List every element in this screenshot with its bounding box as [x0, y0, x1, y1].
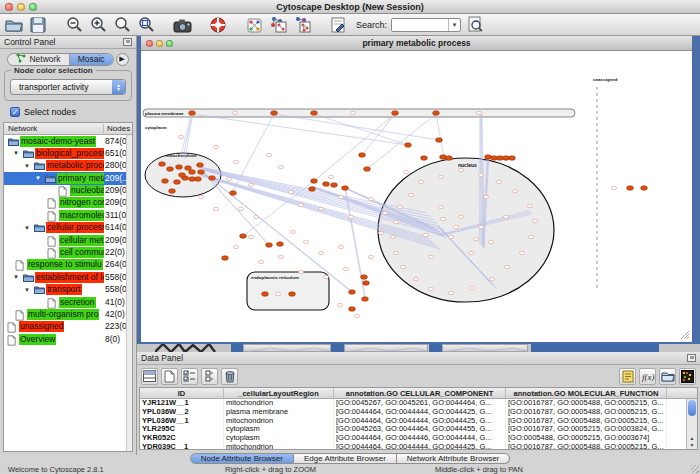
background-window-frame — [331, 344, 344, 352]
control-panel: Control Panel NetworkMosaic ▶ Node color… — [0, 36, 137, 455]
help-lifebuoy-icon[interactable] — [208, 15, 228, 34]
table-row[interactable]: YJR121W__1mitochondrion[GO:0045267, GO:0… — [140, 399, 697, 408]
network-overlay-1-icon[interactable] — [268, 15, 288, 34]
scrollbar-thumb[interactable] — [688, 400, 696, 416]
resize-grip[interactable] — [691, 465, 699, 473]
zoom-out-icon[interactable] — [64, 15, 84, 34]
tree-row-primary-metabo[interactable]: ▼primary metabo209(... — [4, 172, 132, 184]
expand-arrow-icon[interactable]: ▼ — [24, 287, 30, 293]
save-icon[interactable] — [28, 15, 48, 34]
chevron-down-icon[interactable]: ▾ — [448, 19, 460, 31]
notes-icon[interactable] — [619, 368, 636, 385]
dropdown-stepper-icon: ▲▼ — [112, 80, 125, 94]
table-row[interactable]: YPL036W__2plasma membrane[GO:0044464, GO… — [140, 408, 697, 417]
unselect-attributes-icon[interactable] — [201, 368, 218, 385]
cell: mitochondrion — [224, 443, 334, 450]
expand-arrow-icon[interactable]: ▼ — [24, 163, 30, 169]
tree-row-response-to-stimulu[interactable]: response to stimulu264(0) — [4, 259, 132, 271]
column-header-1[interactable]: _cellularLayoutRegion — [224, 388, 334, 398]
column-header-2[interactable]: annotation.GO CELLULAR_COMPONENT — [334, 388, 506, 398]
status-bar: Welcome to Cytoscape 2.8.1Right-click + … — [0, 464, 700, 474]
attribute-grid-icon[interactable] — [141, 368, 158, 385]
tab-overflow-button[interactable]: ▶ — [116, 53, 129, 66]
cell: [GO:0044464, GO:0044444, GO:0044425, G..… — [334, 443, 506, 450]
tree-row-cellular-metabo[interactable]: cellular metabo209(0) — [4, 234, 132, 246]
control-panel-header: Control Panel — [0, 36, 136, 49]
tree-row-nucleobase-[interactable]: nucleobase-209(0) — [4, 185, 132, 197]
expand-arrow-icon[interactable]: ▼ — [13, 274, 19, 280]
tab-mosaic[interactable]: Mosaic — [69, 54, 113, 65]
expand-arrow-icon[interactable]: ▼ — [13, 150, 19, 156]
snapshot-camera-icon[interactable] — [172, 16, 192, 35]
open-folder-icon[interactable] — [4, 15, 24, 34]
tab-node-attribute-browser[interactable]: Node Attribute Browser — [190, 453, 294, 464]
annotation-icon[interactable] — [328, 15, 348, 34]
tree-row-overview[interactable]: Overview8(0) — [4, 333, 132, 345]
tab-network[interactable]: Network — [8, 54, 68, 65]
zoom-in-icon[interactable] — [88, 15, 108, 34]
tree-row-establishment-of-lo[interactable]: ▼establishment of lo558(0) — [4, 271, 132, 283]
network-graph[interactable]: nucleusmitochondrionplasma membranecytop… — [141, 51, 692, 341]
background-window-frame — [531, 344, 659, 352]
attribute-table-header[interactable]: ID_cellularLayoutRegionannotation.GO CEL… — [140, 388, 697, 399]
import-attributes-icon[interactable] — [659, 368, 676, 385]
zoom-selected-icon[interactable] — [136, 15, 156, 34]
node-color-dropdown[interactable]: transporter activity ▲▼ — [10, 79, 126, 95]
tree-scrollbar[interactable] — [126, 135, 132, 451]
tree-row-biological-process[interactable]: ▼biological_process651(0) — [4, 147, 132, 159]
svg-text:endoplasmic reticulum: endoplasmic reticulum — [251, 275, 299, 280]
network-window-titlebar[interactable]: primary metabolic process — [141, 36, 692, 51]
tree-row-macromolecule[interactable]: macromolecule311(0) — [4, 209, 132, 221]
status-item-2: Middle-click + drag to PAN — [435, 465, 523, 474]
tree-row-label: biological_process — [35, 148, 104, 159]
folder-icon — [34, 223, 44, 232]
folder-icon — [23, 273, 33, 282]
float-window-icon[interactable] — [123, 38, 132, 46]
cell: mitochondrion — [224, 399, 334, 408]
expand-arrow-icon[interactable]: ▼ — [24, 225, 30, 231]
network-canvas[interactable]: nucleusmitochondrionplasma membranecytop… — [141, 51, 692, 341]
table-row[interactable]: YKR052Ccytoplasm[GO:0044464, GO:0044446,… — [140, 434, 697, 443]
tree-row-secretion[interactable]: secretion41(0) — [4, 296, 132, 308]
tab-label: Network — [29, 54, 60, 64]
network-small-icon[interactable] — [244, 16, 264, 35]
file-icon — [15, 310, 25, 319]
column-header-0[interactable]: ID — [140, 388, 224, 398]
delete-attribute-icon[interactable] — [221, 368, 238, 385]
cell: [GO:0016787, GO:0005488, GO:0005215, G..… — [506, 417, 667, 426]
search-input[interactable] — [392, 20, 448, 29]
tree-row-transport[interactable]: ▼transport558(0) — [4, 284, 132, 296]
tree-header[interactable]: Network Nodes — [4, 123, 132, 135]
zoom-fit-icon[interactable] — [112, 15, 132, 34]
expand-arrow-icon[interactable]: ▼ — [35, 175, 41, 181]
plasma-membrane-region[interactable] — [143, 109, 575, 117]
search-options-icon[interactable] — [465, 15, 485, 34]
tree-row-multi-organism-pro[interactable]: multi-organism pro42(0) — [4, 308, 132, 320]
group-label: Node color selection — [11, 66, 96, 75]
column-header-3[interactable]: annotation.GO MOLECULAR_FUNCTION — [506, 388, 667, 398]
float-window-icon[interactable] — [687, 354, 696, 362]
tree-row-mosaic-demo-yeast[interactable]: mosaic-demo-yeast874(0) — [4, 135, 132, 147]
scrollbar-arrows[interactable]: ▲▼ — [687, 435, 697, 449]
table-row[interactable]: YLR295Ccytoplasm[GO:0045263, GO:0044464,… — [140, 425, 697, 434]
table-row[interactable]: YDR039C__1mitochondrion[GO:0044464, GO:0… — [140, 443, 697, 450]
tab-edge-attribute-browser[interactable]: Edge Attribute Browser — [294, 453, 397, 464]
tab-network-attribute-browser[interactable]: Network Attribute Browser — [397, 453, 510, 464]
new-attribute-icon[interactable] — [161, 368, 178, 385]
window-resize-grip — [681, 331, 689, 339]
function-builder-icon[interactable]: f(x) — [639, 368, 656, 385]
select-nodes-checkbox[interactable]: ✓ — [10, 107, 20, 117]
tree-row-cell-communicat[interactable]: cell communicat22(0) — [4, 247, 132, 259]
attribute-matrix-icon[interactable] — [679, 368, 696, 385]
data-panel-right-icons: f(x) — [619, 368, 696, 385]
tree-row-nitrogen-compo[interactable]: nitrogen compo209(0) — [4, 197, 132, 209]
status-item-1: Right-click + drag to ZOOM — [225, 465, 316, 474]
table-scrollbar[interactable]: ▲▼ — [686, 399, 697, 449]
dropdown-value: transporter activity — [19, 82, 88, 92]
select-attributes-icon[interactable] — [181, 368, 198, 385]
tree-row-metabolic-process[interactable]: ▼metabolic process280(0) — [4, 160, 132, 172]
tree-row-cellular-process[interactable]: ▼cellular process614(0) — [4, 222, 132, 234]
tree-row-unassigned[interactable]: unassigned223(0) — [4, 321, 132, 333]
network-overlay-2-icon[interactable] — [292, 15, 312, 34]
table-row[interactable]: YPL036W__1mitochondrion[GO:0044464, GO:0… — [140, 417, 697, 426]
